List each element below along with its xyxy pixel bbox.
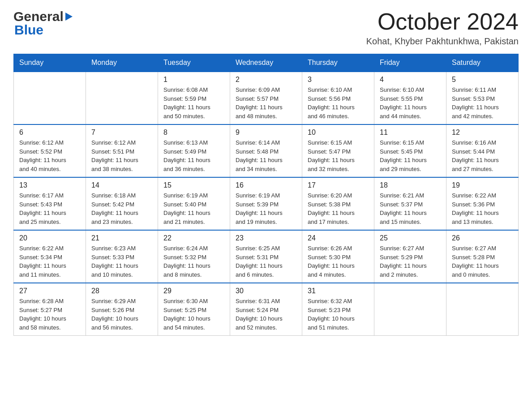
table-row: 9Sunrise: 6:14 AM Sunset: 5:48 PM Daylig… (230, 124, 302, 177)
table-row: 21Sunrise: 6:23 AM Sunset: 5:33 PM Dayli… (86, 230, 158, 283)
table-row: 13Sunrise: 6:17 AM Sunset: 5:43 PM Dayli… (14, 177, 86, 230)
day-number: 20 (19, 234, 80, 242)
day-info: Sunrise: 6:18 AM Sunset: 5:42 PM Dayligh… (91, 191, 152, 226)
day-number: 21 (91, 234, 152, 242)
col-saturday: Saturday (446, 54, 519, 72)
day-number: 16 (236, 181, 296, 189)
table-row: 18Sunrise: 6:21 AM Sunset: 5:37 PM Dayli… (374, 177, 446, 230)
day-info: Sunrise: 6:20 AM Sunset: 5:38 PM Dayligh… (308, 191, 369, 226)
table-row: 6Sunrise: 6:12 AM Sunset: 5:52 PM Daylig… (14, 124, 86, 177)
table-row (374, 283, 446, 336)
logo-general: General (13, 9, 73, 24)
day-info: Sunrise: 6:15 AM Sunset: 5:47 PM Dayligh… (308, 138, 369, 173)
logo-triangle-icon (65, 13, 73, 21)
day-info: Sunrise: 6:22 AM Sunset: 5:34 PM Dayligh… (19, 244, 80, 279)
day-info: Sunrise: 6:10 AM Sunset: 5:55 PM Dayligh… (380, 86, 441, 120)
table-row: 1Sunrise: 6:08 AM Sunset: 5:59 PM Daylig… (158, 72, 230, 124)
day-info: Sunrise: 6:28 AM Sunset: 5:27 PM Dayligh… (19, 297, 80, 332)
day-number: 7 (91, 128, 152, 137)
table-row: 12Sunrise: 6:16 AM Sunset: 5:44 PM Dayli… (446, 124, 519, 177)
table-row: 23Sunrise: 6:25 AM Sunset: 5:31 PM Dayli… (230, 230, 302, 283)
table-row (446, 283, 519, 336)
day-info: Sunrise: 6:19 AM Sunset: 5:40 PM Dayligh… (163, 191, 224, 226)
day-number: 31 (308, 287, 369, 295)
day-number: 25 (380, 234, 441, 242)
table-row: 19Sunrise: 6:22 AM Sunset: 5:36 PM Dayli… (446, 177, 519, 230)
day-number: 11 (380, 128, 441, 137)
day-number: 24 (308, 234, 369, 242)
day-number: 26 (452, 234, 513, 242)
day-number: 17 (308, 181, 369, 189)
day-number: 1 (163, 76, 224, 84)
table-row: 5Sunrise: 6:11 AM Sunset: 5:53 PM Daylig… (446, 72, 519, 124)
day-number: 10 (308, 128, 369, 137)
day-info: Sunrise: 6:32 AM Sunset: 5:23 PM Dayligh… (308, 297, 369, 332)
calendar-week-row: 20Sunrise: 6:22 AM Sunset: 5:34 PM Dayli… (14, 230, 519, 283)
table-row: 14Sunrise: 6:18 AM Sunset: 5:42 PM Dayli… (86, 177, 158, 230)
day-info: Sunrise: 6:24 AM Sunset: 5:32 PM Dayligh… (163, 244, 224, 279)
day-info: Sunrise: 6:23 AM Sunset: 5:33 PM Dayligh… (91, 244, 152, 279)
day-info: Sunrise: 6:11 AM Sunset: 5:53 PM Dayligh… (452, 86, 513, 120)
calendar-week-row: 13Sunrise: 6:17 AM Sunset: 5:43 PM Dayli… (14, 177, 519, 230)
day-number: 19 (452, 181, 513, 189)
day-number: 2 (236, 76, 296, 84)
calendar-week-row: 27Sunrise: 6:28 AM Sunset: 5:27 PM Dayli… (14, 283, 519, 336)
day-info: Sunrise: 6:25 AM Sunset: 5:31 PM Dayligh… (236, 244, 296, 279)
day-number: 12 (452, 128, 513, 137)
col-monday: Monday (86, 54, 158, 72)
title-area: October 2024 Kohat, Khyber Pakhtunkhwa, … (366, 9, 519, 47)
day-number: 8 (163, 128, 224, 137)
table-row: 30Sunrise: 6:31 AM Sunset: 5:24 PM Dayli… (230, 283, 302, 336)
table-row: 28Sunrise: 6:29 AM Sunset: 5:26 PM Dayli… (86, 283, 158, 336)
table-row: 11Sunrise: 6:15 AM Sunset: 5:45 PM Dayli… (374, 124, 446, 177)
col-friday: Friday (374, 54, 446, 72)
logo-blue-text: Blue (13, 22, 43, 38)
day-info: Sunrise: 6:12 AM Sunset: 5:52 PM Dayligh… (19, 138, 80, 173)
day-number: 23 (236, 234, 296, 242)
table-row: 29Sunrise: 6:30 AM Sunset: 5:25 PM Dayli… (158, 283, 230, 336)
table-row: 7Sunrise: 6:12 AM Sunset: 5:51 PM Daylig… (86, 124, 158, 177)
day-info: Sunrise: 6:30 AM Sunset: 5:25 PM Dayligh… (163, 297, 224, 332)
day-number: 14 (91, 181, 152, 189)
table-row: 2Sunrise: 6:09 AM Sunset: 5:57 PM Daylig… (230, 72, 302, 124)
day-info: Sunrise: 6:31 AM Sunset: 5:24 PM Dayligh… (236, 297, 296, 332)
table-row: 24Sunrise: 6:26 AM Sunset: 5:30 PM Dayli… (302, 230, 374, 283)
table-row: 8Sunrise: 6:13 AM Sunset: 5:49 PM Daylig… (158, 124, 230, 177)
day-number: 6 (19, 128, 80, 137)
table-row (14, 72, 86, 124)
day-number: 15 (163, 181, 224, 189)
day-number: 9 (236, 128, 296, 137)
table-row: 20Sunrise: 6:22 AM Sunset: 5:34 PM Dayli… (14, 230, 86, 283)
table-row (86, 72, 158, 124)
col-sunday: Sunday (14, 54, 86, 72)
calendar-header-row: Sunday Monday Tuesday Wednesday Thursday… (14, 54, 519, 72)
table-row: 25Sunrise: 6:27 AM Sunset: 5:29 PM Dayli… (374, 230, 446, 283)
location-subtitle: Kohat, Khyber Pakhtunkhwa, Pakistan (366, 36, 519, 47)
day-number: 18 (380, 181, 441, 189)
day-number: 28 (91, 287, 152, 295)
calendar-week-row: 6Sunrise: 6:12 AM Sunset: 5:52 PM Daylig… (14, 124, 519, 177)
day-number: 5 (452, 76, 513, 84)
table-row: 3Sunrise: 6:10 AM Sunset: 5:56 PM Daylig… (302, 72, 374, 124)
day-info: Sunrise: 6:15 AM Sunset: 5:45 PM Dayligh… (380, 138, 441, 173)
day-info: Sunrise: 6:08 AM Sunset: 5:59 PM Dayligh… (163, 86, 224, 120)
day-info: Sunrise: 6:10 AM Sunset: 5:56 PM Dayligh… (308, 86, 369, 120)
day-info: Sunrise: 6:21 AM Sunset: 5:37 PM Dayligh… (380, 191, 441, 226)
day-info: Sunrise: 6:09 AM Sunset: 5:57 PM Dayligh… (236, 86, 296, 120)
calendar-week-row: 1Sunrise: 6:08 AM Sunset: 5:59 PM Daylig… (14, 72, 519, 124)
day-info: Sunrise: 6:19 AM Sunset: 5:39 PM Dayligh… (236, 191, 296, 226)
day-info: Sunrise: 6:16 AM Sunset: 5:44 PM Dayligh… (452, 138, 513, 173)
day-number: 29 (163, 287, 224, 295)
day-number: 22 (163, 234, 224, 242)
table-row: 4Sunrise: 6:10 AM Sunset: 5:55 PM Daylig… (374, 72, 446, 124)
month-title: October 2024 (366, 9, 519, 34)
day-info: Sunrise: 6:27 AM Sunset: 5:29 PM Dayligh… (380, 244, 441, 279)
table-row: 15Sunrise: 6:19 AM Sunset: 5:40 PM Dayli… (158, 177, 230, 230)
table-row: 31Sunrise: 6:32 AM Sunset: 5:23 PM Dayli… (302, 283, 374, 336)
col-tuesday: Tuesday (158, 54, 230, 72)
table-row: 22Sunrise: 6:24 AM Sunset: 5:32 PM Dayli… (158, 230, 230, 283)
day-info: Sunrise: 6:17 AM Sunset: 5:43 PM Dayligh… (19, 191, 80, 226)
day-number: 27 (19, 287, 80, 295)
day-info: Sunrise: 6:13 AM Sunset: 5:49 PM Dayligh… (163, 138, 224, 173)
calendar-table: Sunday Monday Tuesday Wednesday Thursday… (13, 54, 519, 336)
